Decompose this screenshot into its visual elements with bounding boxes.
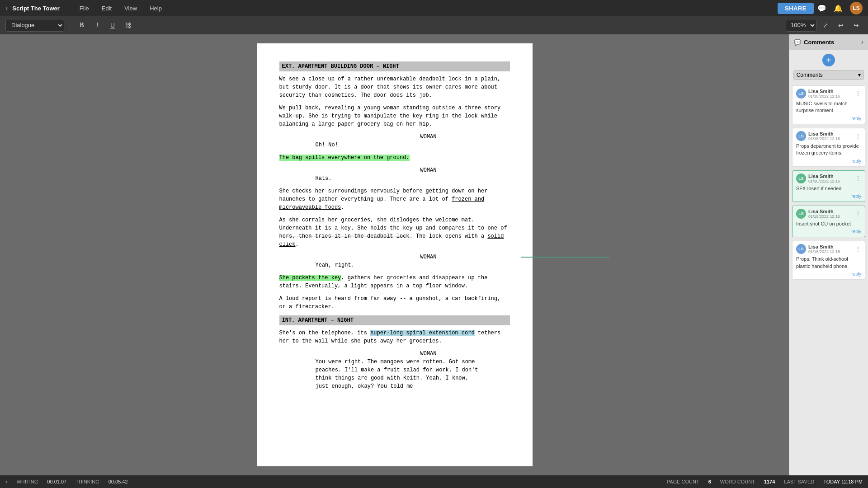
comment-card-2: LS Lisa Smith 01/18/2022 12:16 ⋮ Props d… xyxy=(792,128,865,167)
character-4: WOMAN xyxy=(347,350,510,358)
redo-button[interactable]: ↪ xyxy=(850,19,863,32)
action-bag-spills: The bag spills everywhere on the ground. xyxy=(279,154,510,162)
action-p3: She checks her surroundings nervously be… xyxy=(279,187,510,211)
thinking-label: THINKING xyxy=(75,479,99,484)
italic-button[interactable]: I xyxy=(91,19,104,32)
action-p6: She's on the telephone, its super-long s… xyxy=(279,329,510,345)
menu-view[interactable]: View xyxy=(118,0,143,16)
highlighted-cord: super-long spiral extension cord xyxy=(370,330,474,336)
link-button[interactable]: ⛓ xyxy=(122,19,134,32)
comment-author-4: Lisa Smith xyxy=(808,209,840,214)
writing-label: WRITING xyxy=(17,479,38,484)
prev-page-button[interactable]: ‹ xyxy=(5,478,8,485)
menu-file[interactable]: File xyxy=(73,0,95,16)
right-toolbar: 50% 75% 100% 125% 150% ⤢ ↩ ↪ xyxy=(786,19,863,32)
comment-header-1: LS Lisa Smith 01/18/2022 12:16 ⋮ xyxy=(796,89,861,99)
comment-card-1: LS Lisa Smith 01/18/2022 12:16 ⋮ MUSIC s… xyxy=(792,85,865,124)
comment-date-2: 01/18/2022 12:16 xyxy=(808,136,840,141)
comment-reply-5[interactable]: reply xyxy=(796,272,861,277)
scene-heading-1: EXT. APARTMENT BUILDING DOOR – NIGHT xyxy=(279,61,510,71)
comment-menu-2[interactable]: ⋮ xyxy=(855,132,861,140)
comment-meta-3: Lisa Smith 01/18/2022 12:16 xyxy=(808,174,840,183)
comment-reply-3[interactable]: reply xyxy=(796,194,861,199)
comment-bubble-icon: 💬 xyxy=(794,39,801,46)
comment-menu-5[interactable]: ⋮ xyxy=(855,245,861,253)
zoom-select[interactable]: 50% 75% 100% 125% 150% xyxy=(786,19,816,32)
action-p1: We see a close up of a rather unremarkab… xyxy=(279,75,510,99)
dialogue-3: Yeah, right. xyxy=(316,261,483,269)
add-comment-button[interactable]: + xyxy=(822,54,835,66)
comment-text-4: Insert shot CU on pocket xyxy=(796,221,861,227)
bold-button[interactable]: B xyxy=(75,19,88,32)
comment-author-2: Lisa Smith xyxy=(808,131,840,136)
dialogue-4: You were right. The mangoes were rotten.… xyxy=(316,358,483,390)
highlighted-bag-spills: The bag spills everywhere on the ground. xyxy=(279,155,410,161)
main-area: EXT. APARTMENT BUILDING DOOR – NIGHT We … xyxy=(0,34,868,475)
comment-text-5: Props: Think old-school plastic handheld… xyxy=(796,256,861,270)
comment-avatar-3: LS xyxy=(796,174,806,183)
action-p5: A loud report is heard from far away -- … xyxy=(279,295,510,311)
app-title: Script The Tower xyxy=(12,5,60,12)
comment-avatar-1: LS xyxy=(796,89,806,99)
comment-menu-3[interactable]: ⋮ xyxy=(855,175,861,182)
comment-text-3: SFX Insert if needed xyxy=(796,185,861,192)
strikethrough-compares: compares it to one of hers, then tries i… xyxy=(279,225,507,239)
comment-text-1: MUSIC swells to match surprise moment. xyxy=(796,100,861,114)
comment-avatar-4: LS xyxy=(796,209,806,219)
comment-avatar-2: LS xyxy=(796,131,806,141)
fullscreen-button[interactable]: ⤢ xyxy=(819,19,832,32)
comment-author-1: Lisa Smith xyxy=(808,89,840,94)
comment-reply-1[interactable]: reply xyxy=(796,116,861,121)
comment-meta-5: Lisa Smith 01/18/2022 12:18 xyxy=(808,244,840,254)
comment-menu-4[interactable]: ⋮ xyxy=(855,210,861,217)
comment-menu-1[interactable]: ⋮ xyxy=(855,90,861,97)
comments-panel: 💬 Comments › + Comments ▾ LS Lisa Smith … xyxy=(789,34,868,475)
comment-connector-line xyxy=(521,257,612,258)
toolbar: Dialogue Action Scene Heading Character … xyxy=(0,16,868,34)
share-button[interactable]: SHARE xyxy=(778,3,814,14)
comment-header-5: LS Lisa Smith 01/18/2022 12:18 ⋮ xyxy=(796,244,861,254)
script-paper: EXT. APARTMENT BUILDING DOOR – NIGHT We … xyxy=(257,43,533,466)
writing-time: 00:01:07 xyxy=(47,479,66,484)
page-count-value: 6 xyxy=(708,479,711,484)
underlined-frozen: frozen and microwaveable foods xyxy=(279,196,485,211)
menu-edit[interactable]: Edit xyxy=(95,0,118,16)
format-select[interactable]: Dialogue Action Scene Heading Character … xyxy=(5,19,64,32)
comment-header-4: LS Lisa Smith 01/18/2022 12:16 ⋮ xyxy=(796,209,861,219)
chat-icon[interactable]: 💬 xyxy=(814,0,830,16)
comment-header-2: LS Lisa Smith 01/18/2022 12:16 ⋮ xyxy=(796,131,861,141)
comment-meta-4: Lisa Smith 01/18/2022 12:16 xyxy=(808,209,840,219)
comments-filter-dropdown[interactable]: Comments ▾ xyxy=(793,70,864,80)
comment-reply-4[interactable]: reply xyxy=(796,229,861,234)
action-p4: As she corrals her groceries, she dislod… xyxy=(279,216,510,249)
topbar: ‹ Script The Tower File Edit View Help S… xyxy=(0,0,868,16)
comment-author-5: Lisa Smith xyxy=(808,244,840,249)
statusbar: ‹ WRITING 00:01:07 THINKING 00:05:42 PAG… xyxy=(0,475,868,488)
avatar[interactable]: LS xyxy=(850,2,863,14)
action-p2: We pull back, revealing a young woman st… xyxy=(279,104,510,128)
comments-header-left: 💬 Comments xyxy=(794,39,834,46)
back-button[interactable]: ‹ xyxy=(5,4,8,12)
comment-meta-1: Lisa Smith 01/18/2022 12:16 xyxy=(808,89,840,99)
last-saved-value: TODAY 12:18 PM xyxy=(823,479,863,484)
scene-heading-2: INT. APARTMENT – NIGHT xyxy=(279,315,510,325)
last-saved-label: LAST SAVED xyxy=(784,479,814,484)
dialogue-2: Rats. xyxy=(316,174,483,183)
menu-help[interactable]: Help xyxy=(143,0,168,16)
dialogue-1: Oh! No! xyxy=(316,141,483,149)
word-count-label: WORD COUNT xyxy=(720,479,755,484)
bell-icon[interactable]: 🔔 xyxy=(830,0,846,16)
underline-button[interactable]: U xyxy=(106,19,119,32)
comments-filter-label: Comments xyxy=(797,72,823,78)
comment-date-4: 01/18/2022 12:16 xyxy=(808,214,840,219)
expand-comments-button[interactable]: › xyxy=(861,38,863,46)
comment-date-5: 01/18/2022 12:18 xyxy=(808,249,840,254)
page-count-label: PAGE COUNT xyxy=(667,479,699,484)
script-area: EXT. APARTMENT BUILDING DOOR – NIGHT We … xyxy=(0,34,789,475)
comment-card-3: LS Lisa Smith 01/18/2022 12:16 ⋮ SFX Ins… xyxy=(792,170,865,202)
comment-reply-2[interactable]: reply xyxy=(796,159,861,164)
action-pockets: She pockets the key, gathers her groceri… xyxy=(279,274,510,290)
character-1: WOMAN xyxy=(347,133,510,141)
comment-author-3: Lisa Smith xyxy=(808,174,840,179)
undo-button[interactable]: ↩ xyxy=(835,19,847,32)
